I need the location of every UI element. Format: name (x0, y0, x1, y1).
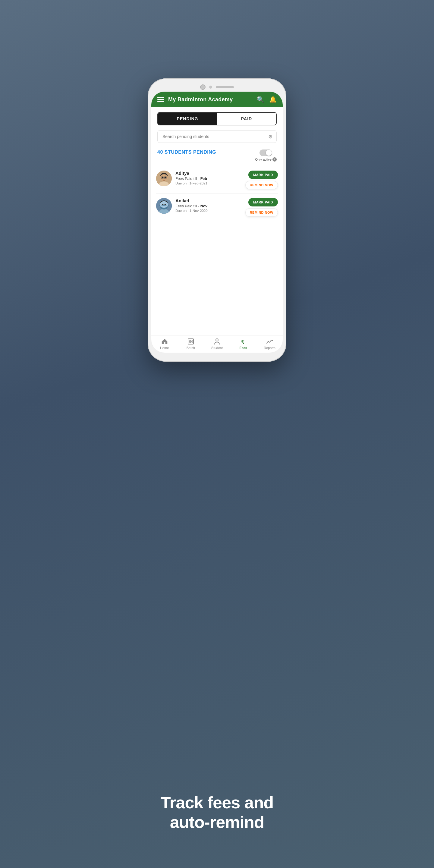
remind-aniket[interactable]: REMIND NOW (245, 208, 278, 217)
nav-home-label: Home (160, 346, 169, 350)
tagline-line1: Track fees and (142, 793, 292, 812)
pending-section: 40 STUDENTS PENDING Only active i (151, 147, 283, 164)
svg-point-8 (163, 179, 164, 180)
mark-paid-aniket[interactable]: MARK PAID (248, 198, 278, 207)
header-left: My Badminton Academy (157, 96, 233, 103)
fees-tabs: PENDING PAID (157, 112, 277, 125)
svg-rect-16 (188, 339, 193, 344)
nav-student-label: Student (211, 346, 223, 350)
fees-line-aditya: Fees Paid till - Feb (176, 177, 242, 181)
tagline-line2: auto-remind (142, 812, 292, 832)
nav-reports[interactable]: Reports (256, 338, 283, 350)
due-line-aniket: Due on : 1-Nov-2020 (176, 209, 242, 213)
svg-rect-3 (162, 177, 163, 178)
avatar-aniket (156, 198, 172, 214)
reports-icon (266, 338, 273, 345)
header-icons: 🔍 🔔 (257, 96, 277, 103)
menu-button[interactable] (157, 97, 164, 102)
only-active-toggle[interactable] (259, 150, 272, 156)
app-content: PENDING PAID ⚙ 40 STUDENTS PENDING (151, 107, 283, 335)
toggle-knob (266, 150, 272, 156)
search-input[interactable] (157, 130, 277, 143)
bottom-nav: Home Batch (151, 335, 283, 352)
student-name-aditya: Aditya (176, 170, 242, 176)
svg-point-12 (162, 204, 164, 205)
search-container: ⚙ (157, 130, 277, 143)
svg-rect-17 (189, 340, 190, 341)
tagline-section: Track fees and auto-remind (142, 793, 292, 832)
aditya-avatar-svg (156, 170, 172, 186)
app-header: My Badminton Academy 🔍 🔔 (151, 92, 283, 107)
nav-home[interactable]: Home (151, 338, 178, 350)
svg-rect-20 (191, 342, 192, 343)
mark-paid-aditya[interactable]: MARK PAID (248, 170, 278, 179)
pending-count: 40 STUDENTS PENDING (157, 150, 216, 155)
remind-aditya[interactable]: REMIND NOW (245, 181, 278, 189)
phone-screen: My Badminton Academy 🔍 🔔 PENDING PAID ⚙ (151, 92, 283, 352)
student-actions-aniket: MARK PAID REMIND NOW (245, 198, 278, 217)
fees-line-aniket: Fees Paid till - Nov (176, 204, 242, 208)
toggle-label: Only active i (255, 157, 277, 161)
student-card-aditya: Aditya Fees Paid till - Feb Due on : 1-F… (156, 166, 278, 194)
svg-point-21 (216, 339, 218, 341)
student-info-aditya: Aditya Fees Paid till - Feb Due on : 1-F… (176, 170, 242, 185)
phone-notch (151, 82, 283, 92)
aniket-avatar-svg (156, 198, 172, 214)
due-line-aditya: Due on : 1-Feb-2021 (176, 181, 242, 185)
toggle-section: Only active i (255, 150, 277, 161)
student-name-aniket: Aniket (176, 198, 242, 203)
students-list: Aditya Fees Paid till - Feb Due on : 1-F… (151, 164, 283, 224)
speaker-bar (216, 86, 234, 88)
tab-pending[interactable]: PENDING (158, 113, 217, 125)
home-icon (161, 338, 168, 345)
student-card-aniket: Aniket Fees Paid till - Nov Due on : 1-N… (156, 194, 278, 221)
batch-icon (187, 338, 194, 345)
svg-point-13 (164, 204, 166, 205)
filter-icon[interactable]: ⚙ (268, 134, 273, 140)
student-icon (213, 338, 221, 345)
nav-fees-label: Fees (240, 346, 247, 350)
avatar-aditya (156, 170, 172, 186)
student-actions-aditya: MARK PAID REMIND NOW (245, 170, 278, 189)
camera-dot (200, 84, 206, 90)
student-info-aniket: Aniket Fees Paid till - Nov Due on : 1-N… (176, 198, 242, 213)
pending-header: 40 STUDENTS PENDING Only active i (157, 150, 277, 161)
svg-rect-4 (164, 177, 166, 178)
phone-mockup: My Badminton Academy 🔍 🔔 PENDING PAID ⚙ (148, 79, 286, 362)
search-icon[interactable]: 🔍 (257, 96, 264, 103)
svg-rect-18 (191, 340, 192, 341)
fees-icon: ₹ (240, 338, 247, 345)
nav-fees[interactable]: ₹ Fees (230, 338, 256, 350)
nav-batch[interactable]: Batch (178, 338, 204, 350)
tab-paid[interactable]: PAID (217, 113, 276, 125)
sensor-dot (209, 86, 212, 89)
svg-text:₹: ₹ (241, 339, 244, 345)
info-icon[interactable]: i (273, 157, 277, 161)
notification-icon[interactable]: 🔔 (269, 96, 277, 103)
nav-student[interactable]: Student (204, 338, 230, 350)
svg-rect-19 (189, 342, 190, 343)
phone-outer: My Badminton Academy 🔍 🔔 PENDING PAID ⚙ (148, 79, 286, 362)
app-title: My Badminton Academy (168, 96, 233, 103)
nav-reports-label: Reports (264, 346, 276, 350)
nav-batch-label: Batch (187, 346, 195, 350)
